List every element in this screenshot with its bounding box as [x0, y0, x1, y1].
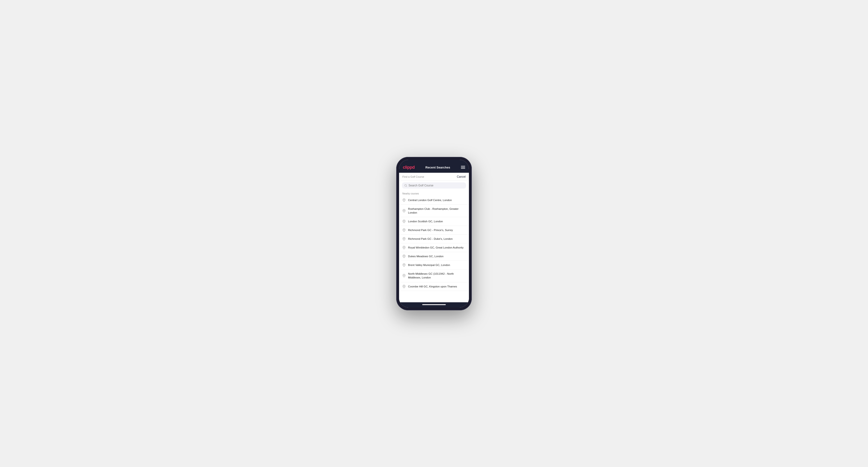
cancel-button[interactable]: Cancel	[457, 175, 466, 178]
svg-point-3	[404, 210, 404, 211]
home-bar	[422, 304, 446, 305]
hamburger-menu-icon[interactable]	[461, 166, 465, 169]
location-pin-icon	[402, 237, 406, 241]
find-label: Find a Golf Course	[402, 175, 424, 178]
course-name: Richmond Park GC - Prince's, Surrey	[408, 228, 453, 232]
phone-screen: clippd Recent Searches Find a Golf Cours…	[399, 160, 469, 308]
list-item[interactable]: Brent Valley Municipal GC, London	[399, 261, 469, 270]
svg-line-1	[406, 186, 407, 186]
courses-container: Central London Golf Centre, London Roeha…	[399, 196, 469, 291]
list-item[interactable]: Roehampton Club - Roehampton, Greater Lo…	[399, 205, 469, 217]
location-pin-icon	[402, 209, 406, 212]
course-name: Brent Valley Municipal GC, London	[408, 263, 450, 267]
svg-point-11	[404, 286, 404, 287]
course-name: London Scottish GC, London	[408, 219, 443, 223]
list-item[interactable]: Central London Golf Centre, London	[399, 196, 469, 205]
section-header-nearby: Nearby courses	[399, 190, 469, 196]
search-wrapper	[402, 182, 466, 189]
location-pin-icon	[402, 255, 406, 258]
svg-point-4	[404, 221, 404, 222]
course-name: Roehampton Club - Roehampton, Greater Lo…	[408, 207, 466, 215]
location-pin-icon	[402, 274, 406, 277]
course-name: Coombe Hill GC, Kingston upon Thames	[408, 285, 457, 288]
location-pin-icon	[402, 198, 406, 202]
main-content: Find a Golf Course Cancel Nearby courses	[399, 173, 469, 302]
phone-device: clippd Recent Searches Find a Golf Cours…	[396, 157, 472, 310]
list-item[interactable]: Richmond Park GC - Prince's, Surrey	[399, 226, 469, 235]
course-name: Central London Golf Centre, London	[408, 198, 452, 202]
location-pin-icon	[402, 246, 406, 249]
find-bar: Find a Golf Course Cancel	[399, 173, 469, 181]
course-name: Richmond Park GC - Duke's, London	[408, 237, 453, 241]
location-pin-icon	[402, 263, 406, 267]
location-pin-icon	[402, 220, 406, 223]
search-bar-container	[399, 181, 469, 190]
svg-point-6	[404, 238, 404, 239]
course-name: North Middlesex GC (1011942 - North Midd…	[408, 272, 466, 279]
app-header: clippd Recent Searches	[399, 163, 469, 173]
location-pin-icon	[402, 285, 406, 288]
search-icon	[404, 184, 407, 187]
svg-point-10	[404, 275, 404, 276]
courses-list: Nearby courses Central London Golf Centr…	[399, 190, 469, 302]
search-input[interactable]	[408, 184, 464, 187]
list-item[interactable]: Coombe Hill GC, Kingston upon Thames	[399, 282, 469, 291]
location-pin-icon	[402, 228, 406, 232]
header-title: Recent Searches	[426, 166, 450, 169]
svg-point-7	[404, 247, 404, 248]
course-name: Royal Wimbledon GC, Great London Authori…	[408, 246, 464, 249]
list-item[interactable]: Dukes Meadows GC, London	[399, 252, 469, 261]
list-item[interactable]: Richmond Park GC - Duke's, London	[399, 235, 469, 243]
home-indicator	[399, 302, 469, 308]
list-item[interactable]: Royal Wimbledon GC, Great London Authori…	[399, 243, 469, 252]
svg-point-9	[404, 264, 404, 265]
course-name: Dukes Meadows GC, London	[408, 254, 443, 258]
status-bar	[399, 160, 469, 163]
list-item[interactable]: North Middlesex GC (1011942 - North Midd…	[399, 270, 469, 282]
svg-point-2	[404, 199, 404, 200]
list-item[interactable]: London Scottish GC, London	[399, 217, 469, 226]
svg-point-5	[404, 229, 404, 230]
app-logo: clippd	[403, 165, 415, 170]
svg-point-8	[404, 255, 404, 256]
